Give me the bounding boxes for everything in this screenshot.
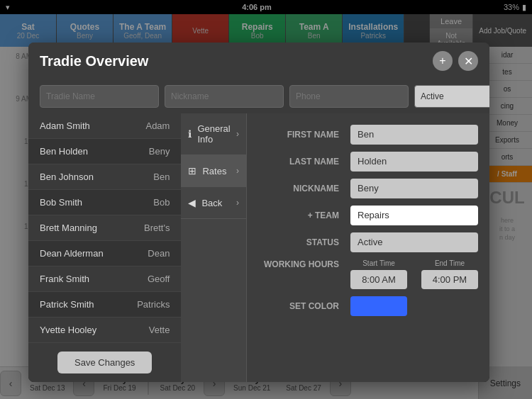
start-time-value[interactable]: 8:00 AM bbox=[350, 270, 407, 289]
last-name-value[interactable]: Holden bbox=[350, 152, 478, 172]
tradie-nick: Dean bbox=[148, 248, 170, 259]
search-status[interactable] bbox=[414, 85, 489, 108]
tradie-modal: Tradie Overview + ✕ Adam SmithAdam Ben H… bbox=[28, 43, 489, 382]
save-row: Save Changes bbox=[28, 343, 181, 382]
modal-body: Adam SmithAdam Ben HoldenBeny Ben Johnso… bbox=[28, 113, 489, 382]
team-label: + TEAM bbox=[258, 210, 350, 220]
menu-item-general-info[interactable]: ℹ General Info › bbox=[181, 113, 246, 155]
working-hours-values: Start Time End Time 8:00 AM 4:00 PM bbox=[350, 259, 478, 289]
menu-item-rates[interactable]: ⊞ Rates › bbox=[181, 155, 246, 187]
search-row bbox=[28, 79, 489, 113]
list-item[interactable]: Frank SmithGeoff bbox=[28, 266, 181, 292]
first-name-row: FIRST NAME Ben bbox=[258, 125, 478, 145]
working-hours-row: WORKING HOURS Start Time End Time 8:00 A… bbox=[258, 259, 478, 289]
list-item[interactable]: Bob SmithBob bbox=[28, 190, 181, 215]
list-item[interactable]: Dean AldermanDean bbox=[28, 241, 181, 266]
status-label: STATUS bbox=[258, 237, 350, 247]
modal-close-button[interactable]: ✕ bbox=[458, 51, 478, 71]
chevron-right-icon: › bbox=[236, 129, 239, 139]
status-row: STATUS Active bbox=[258, 232, 478, 252]
save-changes-button[interactable]: Save Changes bbox=[57, 352, 152, 373]
list-item[interactable]: Adam SmithAdam bbox=[28, 113, 181, 139]
tradie-name: Bob Smith bbox=[40, 197, 82, 208]
search-tradie-name[interactable] bbox=[40, 85, 159, 108]
tradie-name: Ben Johnson bbox=[40, 172, 94, 182]
nickname-row: NICKNAME Beny bbox=[258, 179, 478, 198]
list-item[interactable]: Ben HoldenBeny bbox=[28, 139, 181, 164]
tradie-name: Frank Smith bbox=[40, 274, 89, 284]
menu-item-back[interactable]: ◀ Back › bbox=[181, 187, 246, 219]
tradie-name: Ben Holden bbox=[40, 146, 88, 157]
tradie-nick: Adam bbox=[145, 120, 170, 131]
menu-item-back-label: Back bbox=[201, 198, 222, 208]
modal-add-button[interactable]: + bbox=[433, 51, 453, 71]
tradie-nick: Vette bbox=[149, 325, 170, 335]
list-item[interactable]: Patrick SmithPatricks bbox=[28, 292, 181, 317]
detail-panel: FIRST NAME Ben LAST NAME Holden NICKNAME… bbox=[247, 113, 489, 382]
color-swatch[interactable] bbox=[350, 296, 407, 316]
tradie-nick: Ben bbox=[153, 172, 170, 182]
tradie-name: Adam Smith bbox=[40, 120, 90, 131]
modal-header-buttons: + ✕ bbox=[433, 51, 478, 71]
list-item[interactable]: Brett ManningBrett's bbox=[28, 215, 181, 241]
back-arrow-icon: ◀ bbox=[188, 197, 196, 208]
list-item[interactable]: Ben JohnsonBen bbox=[28, 164, 181, 190]
set-color-label: SET COLOR bbox=[258, 301, 350, 311]
end-time-label: End Time bbox=[421, 259, 478, 267]
tradie-name: Yvette Hooley bbox=[40, 325, 96, 335]
start-time-label: Start Time bbox=[350, 259, 407, 267]
tradie-nick: Patricks bbox=[137, 299, 170, 310]
search-nickname[interactable] bbox=[165, 85, 284, 108]
last-name-label: LAST NAME bbox=[258, 157, 350, 167]
tradie-name: Dean Alderman bbox=[40, 248, 104, 259]
tradie-name: Patrick Smith bbox=[40, 299, 94, 310]
first-name-value[interactable]: Ben bbox=[350, 125, 478, 145]
menu-item-rates-label: Rates bbox=[202, 166, 226, 176]
tradie-nick: Brett's bbox=[144, 223, 170, 233]
middle-menu: ℹ General Info › ⊞ Rates › ◀ Back › bbox=[181, 113, 247, 382]
modal-title: Tradie Overview bbox=[40, 53, 148, 69]
team-value[interactable]: Repairs bbox=[350, 206, 478, 225]
set-color-row: SET COLOR bbox=[258, 296, 478, 316]
info-icon: ℹ bbox=[188, 128, 192, 140]
tradie-name: Brett Manning bbox=[40, 223, 97, 233]
end-time-value[interactable]: 4:00 PM bbox=[421, 270, 478, 289]
working-hours-label: WORKING HOURS bbox=[258, 259, 350, 269]
chevron-right-icon: › bbox=[236, 166, 239, 176]
tradie-nick: Geoff bbox=[148, 274, 170, 284]
rates-icon: ⊞ bbox=[188, 165, 196, 176]
last-name-row: LAST NAME Holden bbox=[258, 152, 478, 172]
menu-item-general-info-label: General Info bbox=[197, 123, 231, 145]
tradie-list: Adam SmithAdam Ben HoldenBeny Ben Johnso… bbox=[28, 113, 181, 382]
chevron-right-icon: › bbox=[236, 198, 239, 208]
list-item[interactable]: Yvette HooleyVette bbox=[28, 317, 181, 343]
tradie-nick: Bob bbox=[153, 197, 170, 208]
status-value[interactable]: Active bbox=[350, 232, 478, 252]
modal-overlay: Tradie Overview + ✕ Adam SmithAdam Ben H… bbox=[0, 0, 532, 399]
tradie-nick: Beny bbox=[149, 146, 170, 157]
nickname-label: NICKNAME bbox=[258, 184, 350, 193]
first-name-label: FIRST NAME bbox=[258, 130, 350, 140]
search-phone[interactable] bbox=[289, 85, 409, 108]
modal-header: Tradie Overview + ✕ bbox=[28, 43, 489, 79]
nickname-value[interactable]: Beny bbox=[350, 179, 478, 198]
team-row: + TEAM Repairs bbox=[258, 206, 478, 225]
